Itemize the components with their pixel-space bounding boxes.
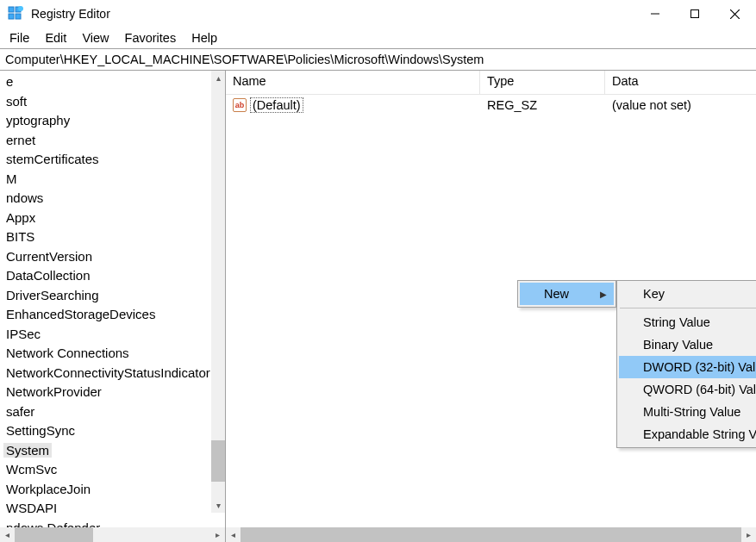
tree-item-label: soft [3,94,29,109]
tree-item[interactable]: yptography [2,111,225,131]
tree-item-label: WSDAPI [3,501,59,515]
list-row[interactable]: ab (Default) REG_SZ (value not set) [226,95,756,115]
tree-item-label: WcmSvc [3,462,59,477]
maximize-button[interactable] [675,1,715,27]
tree-horizontal-scrollbar[interactable]: ◂ ▸ [0,527,225,542]
tree-item-label: ndows Defender [3,520,103,528]
tree-item-label: SettingSync [3,423,78,438]
tree-item[interactable]: ndows [2,189,225,209]
tree-item[interactable]: ernet [2,131,225,151]
value-data: (value not set) [605,98,756,112]
string-value-icon: ab [233,98,247,112]
tree-item[interactable]: IPSec [2,325,225,345]
tree-item-label: DriverSearching [3,288,102,302]
menu-bar: File Edit View Favorites Help [0,28,756,48]
tree-item[interactable]: WcmSvc [2,460,225,480]
menu-view[interactable]: View [74,29,116,47]
window-title: Registry Editor [31,7,110,21]
scrollbar-thumb[interactable] [211,440,225,482]
context-menu: New ▶ [517,280,616,308]
submenu-key[interactable]: Key [619,283,756,305]
tree-item[interactable]: EnhancedStorageDevices [2,305,225,325]
tree-item[interactable]: e [2,72,225,92]
tree-item-label: BITS [3,229,37,244]
context-submenu-new: Key String Value Binary Value DWORD (32-… [616,280,756,448]
tree-item[interactable]: CurrentVersion [2,247,225,267]
tree-item-label: DataCollection [3,268,93,283]
address-path: Computer\HKEY_LOCAL_MACHINE\SOFTWARE\Pol… [5,53,484,66]
tree-item[interactable]: M [2,170,225,190]
svg-point-4 [18,6,23,11]
context-menu-new[interactable]: New ▶ [520,283,614,305]
regedit-icon [7,5,24,22]
tree-item-label: stemCertificates [3,152,102,166]
tree-item[interactable]: ndows Defender [2,519,225,528]
tree-vertical-scrollbar[interactable]: ▴ ▾ [210,71,225,513]
submenu-arrow-icon: ▶ [600,290,607,299]
context-menu-new-label: New [544,287,569,301]
menu-file[interactable]: File [2,29,37,47]
tree-item-label: System [3,443,52,458]
svg-rect-6 [691,10,699,18]
tree-item[interactable]: Network Connections [2,344,225,364]
tree-item[interactable]: WorkplaceJoin [2,480,225,500]
list-horizontal-scrollbar[interactable]: ◂ ▸ [226,527,756,542]
submenu-string-value[interactable]: String Value [619,311,756,333]
tree-item-label: CurrentVersion [3,249,95,264]
tree-item-label: yptography [3,113,72,128]
tree-item[interactable]: soft [2,92,225,112]
tree-view[interactable]: esoftyptographyernetstemCertificatesMndo… [0,71,225,527]
submenu-dword-value[interactable]: DWORD (32-bit) Value [619,356,756,378]
minimize-button[interactable] [635,1,675,27]
scroll-left-icon[interactable]: ◂ [0,527,15,542]
value-type: REG_SZ [480,98,605,112]
scrollbar-thumb[interactable] [241,527,741,542]
scrollbar-thumb[interactable] [15,527,93,542]
client-area: esoftyptographyernetstemCertificatesMndo… [0,71,756,542]
submenu-qword-value[interactable]: QWORD (64-bit) Value [619,378,756,401]
tree-item[interactable]: WSDAPI [2,499,225,519]
scroll-right-icon[interactable]: ▸ [210,527,225,542]
tree-item-label: IPSec [3,327,43,341]
tree-item-label: EnhancedStorageDevices [3,307,158,321]
tree-item[interactable]: SettingSync [2,421,225,441]
column-headers: Name Type Data [226,71,756,95]
tree-item[interactable]: Appx [2,209,225,228]
submenu-binary-value[interactable]: Binary Value [619,333,756,356]
submenu-expandstring-value[interactable]: Expandable String Value [619,423,756,445]
tree-item-label: NetworkProvider [3,384,104,399]
tree-item[interactable]: BITS [2,227,225,247]
scroll-down-icon[interactable]: ▾ [211,498,225,513]
tree-item[interactable]: System [2,441,225,461]
tree-item[interactable]: DataCollection [2,266,225,286]
scroll-left-icon[interactable]: ◂ [226,527,241,542]
address-bar[interactable]: Computer\HKEY_LOCAL_MACHINE\SOFTWARE\Pol… [0,48,756,71]
tree-item[interactable]: NetworkConnectivityStatusIndicator [2,364,225,383]
column-name[interactable]: Name [226,71,480,94]
value-name: (Default) [250,97,303,113]
menu-edit[interactable]: Edit [37,29,74,47]
tree-item-label: WorkplaceJoin [3,482,93,496]
tree-item[interactable]: stemCertificates [2,150,225,170]
column-data[interactable]: Data [605,71,756,94]
menu-favorites[interactable]: Favorites [117,29,184,47]
column-type[interactable]: Type [480,71,605,94]
tree-item-label: ndows [3,190,46,205]
tree-item[interactable]: safer [2,402,225,422]
submenu-multistring-value[interactable]: Multi-String Value [619,401,756,423]
menu-separator [620,308,756,308]
tree-pane: esoftyptographyernetstemCertificatesMndo… [0,71,226,542]
tree-item-label: NetworkConnectivityStatusIndicator [3,365,213,380]
tree-item[interactable]: DriverSearching [2,286,225,306]
tree-item-label: e [3,74,16,89]
scroll-up-icon[interactable]: ▴ [211,71,225,85]
menu-help[interactable]: Help [184,29,225,47]
tree-item[interactable]: NetworkProvider [2,383,225,402]
svg-rect-3 [16,14,21,19]
tree-item-label: Network Connections [3,346,132,360]
value-list[interactable]: ab (Default) REG_SZ (value not set) New … [226,95,756,527]
scroll-right-icon[interactable]: ▸ [741,527,756,542]
close-button[interactable] [715,1,754,27]
tree-item-label: M [3,171,20,186]
svg-rect-0 [9,7,14,12]
